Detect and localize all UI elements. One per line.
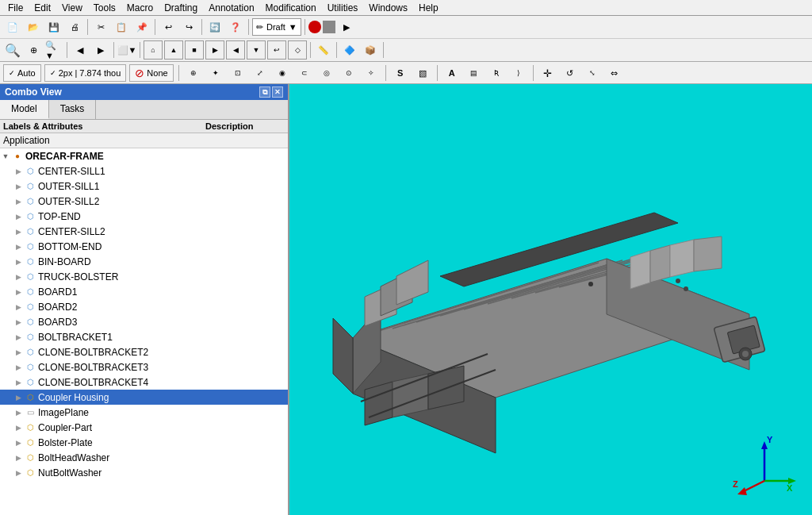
record-button[interactable]	[308, 21, 321, 33]
tree-expander[interactable]: ▶	[13, 332, 24, 343]
tree-expander[interactable]: ▶	[13, 392, 24, 403]
tree-expander[interactable]: ▶	[13, 211, 24, 222]
snap-btn-1[interactable]: ⊕	[184, 63, 203, 83]
tab-model[interactable]: Model	[0, 100, 49, 119]
mirror-button[interactable]: ⇔	[605, 63, 624, 83]
tree-item-bolster-plate[interactable]: ▶⬡Bolster-Plate	[0, 435, 288, 450]
tree-item-bin-board[interactable]: ▶⬡BIN-BOARD	[0, 254, 288, 269]
move-button[interactable]: ✛	[538, 63, 557, 83]
tree-item-outer-sill2[interactable]: ▶⬡OUTER-SILL2	[0, 194, 288, 209]
tree-item-truck-bolster[interactable]: ▶⬡TRUCK-BOLSTER	[0, 269, 288, 284]
tree-expander[interactable]: ▶	[13, 166, 24, 177]
tree-item-clone-boltbracket3[interactable]: ▶⬡CLONE-BOLTBRACKET3	[0, 359, 288, 375]
tree-item-center-sill1[interactable]: ▶⬡CENTER-SILL1	[0, 163, 288, 179]
tree-expander[interactable]: ▶	[13, 452, 24, 463]
tree-item-board2[interactable]: ▶⬡BOARD2	[0, 299, 288, 314]
snap-btn-7[interactable]: ◎	[317, 63, 336, 83]
new-button[interactable]: 📄	[3, 17, 22, 37]
redo-button[interactable]: ↪	[179, 17, 198, 37]
fit-selection-button[interactable]: ⊕	[24, 40, 43, 60]
tree-expander[interactable]: ▼	[0, 151, 11, 162]
tree-expander[interactable]: ▶	[13, 302, 24, 313]
snap-btn-3[interactable]: ⊡	[228, 63, 247, 83]
panel-float-button[interactable]: ⧉	[259, 86, 270, 98]
tree-expander[interactable]: ▶	[13, 377, 24, 388]
paste-button[interactable]: 📌	[132, 17, 151, 37]
tree-content[interactable]: ▼●ORECAR-FRAME▶⬡CENTER-SILL1▶⬡OUTER-SILL…	[0, 148, 288, 515]
snap-btn-9[interactable]: ✧	[362, 63, 381, 83]
workbench-dropdown[interactable]: ✏ Draft ▼	[252, 18, 301, 36]
anno-btn-1[interactable]: A	[442, 63, 462, 83]
menu-windows[interactable]: Windows	[364, 1, 412, 15]
menu-modification[interactable]: Modification	[261, 1, 321, 15]
tree-item-outer-sill1[interactable]: ▶⬡OUTER-SILL1	[0, 179, 288, 194]
new-part-button[interactable]: 🔷	[340, 40, 359, 60]
menu-edit[interactable]: Edit	[29, 1, 56, 15]
tree-expander[interactable]: ▶	[13, 437, 24, 448]
view-left[interactable]: ◀	[226, 40, 245, 60]
snap-auto-button[interactable]: ✓ Auto	[3, 64, 41, 82]
panel-close-button[interactable]: ✕	[272, 86, 283, 98]
cut-button[interactable]: ✂	[91, 17, 110, 37]
tree-expander[interactable]: ▶	[13, 181, 24, 192]
tree-item-coupler-part[interactable]: ▶⬡Coupler-Part	[0, 420, 288, 435]
menu-drafting[interactable]: Drafting	[159, 1, 202, 15]
tree-item-boltbracket1[interactable]: ▶⬡BOLTBRACKET1	[0, 329, 288, 344]
menu-tools[interactable]: Tools	[89, 1, 121, 15]
snap-px-button[interactable]: ✓ 2px | 7.874 thou	[44, 64, 127, 82]
tree-expander[interactable]: ▶	[13, 196, 24, 207]
tree-item-board3[interactable]: ▶⬡BOARD3	[0, 314, 288, 329]
tree-expander[interactable]: ▶	[13, 422, 24, 433]
tree-expander[interactable]: ▶	[13, 467, 24, 478]
anno-btn-4[interactable]: ⟩	[509, 63, 528, 83]
view-menu-button[interactable]: ⬜▼	[117, 40, 136, 60]
anno-btn-3[interactable]: Ʀ	[487, 63, 506, 83]
snap-none-button[interactable]: ⊘ None	[129, 64, 173, 82]
tree-item-top-end[interactable]: ▶⬡TOP-END	[0, 209, 288, 224]
tree-item-clone-boltbracket2[interactable]: ▶⬡CLONE-BOLTBRACKET2	[0, 344, 288, 359]
zoom-menu-button[interactable]: 🔍▼	[44, 40, 63, 60]
menu-view[interactable]: View	[57, 1, 87, 15]
view-right[interactable]: ▶	[205, 40, 224, 60]
tree-item-center-sill2[interactable]: ▶⬡CENTER-SILL2	[0, 224, 288, 239]
snap-btn-4[interactable]: ⤢	[251, 63, 270, 83]
open-button[interactable]: 📂	[24, 17, 43, 37]
menu-help[interactable]: Help	[414, 1, 443, 15]
viewport[interactable]: Y X Z	[289, 84, 812, 515]
play-button[interactable]: ▶	[337, 17, 356, 37]
view-back[interactable]: ↩	[267, 40, 286, 60]
tree-item-bottom-end[interactable]: ▶⬡BOTTOM-END	[0, 239, 288, 254]
view-top[interactable]: ▲	[164, 40, 183, 60]
menu-macro[interactable]: Macro	[122, 1, 158, 15]
tree-expander[interactable]: ▶	[13, 407, 24, 418]
text-button[interactable]: S	[391, 63, 410, 83]
tree-item-nutbolt-washer[interactable]: ▶⬡NutBoltWasher	[0, 465, 288, 480]
menu-utilities[interactable]: Utilities	[323, 1, 363, 15]
snap-btn-2[interactable]: ✦	[206, 63, 225, 83]
view-iso[interactable]: ◇	[288, 40, 307, 60]
menu-annotation[interactable]: Annotation	[204, 1, 259, 15]
view-bottom[interactable]: ▼	[247, 40, 266, 60]
tree-item-orecar-frame[interactable]: ▼●ORECAR-FRAME	[0, 148, 288, 163]
print-button[interactable]: 🖨	[65, 17, 84, 37]
back-button[interactable]: ◀	[71, 40, 90, 60]
snap-btn-6[interactable]: ⊂	[295, 63, 314, 83]
save-button[interactable]: 💾	[44, 17, 63, 37]
forward-button[interactable]: ▶	[91, 40, 110, 60]
view-front[interactable]: ■	[185, 40, 204, 60]
snap-btn-5[interactable]: ◉	[273, 63, 292, 83]
stop-button[interactable]	[323, 21, 335, 33]
part-from-file[interactable]: 📦	[361, 40, 380, 60]
anno-btn-2[interactable]: ▤	[465, 63, 484, 83]
tab-tasks[interactable]: Tasks	[49, 100, 97, 119]
tree-expander[interactable]: ▶	[13, 347, 24, 358]
tree-item-clone-boltbracket4[interactable]: ▶⬡CLONE-BOLTBRACKET4	[0, 375, 288, 390]
tree-expander[interactable]: ▶	[13, 271, 24, 282]
tree-item-imageplane[interactable]: ▶▭ImagePlane	[0, 405, 288, 420]
tree-expander[interactable]: ▶	[13, 317, 24, 328]
undo-button[interactable]: ↩	[159, 17, 178, 37]
refresh-button[interactable]: 🔄	[205, 17, 224, 37]
tree-expander[interactable]: ▶	[13, 241, 24, 252]
copy-button[interactable]: 📋	[112, 17, 131, 37]
fit-all-button[interactable]: 🔍	[3, 40, 22, 60]
